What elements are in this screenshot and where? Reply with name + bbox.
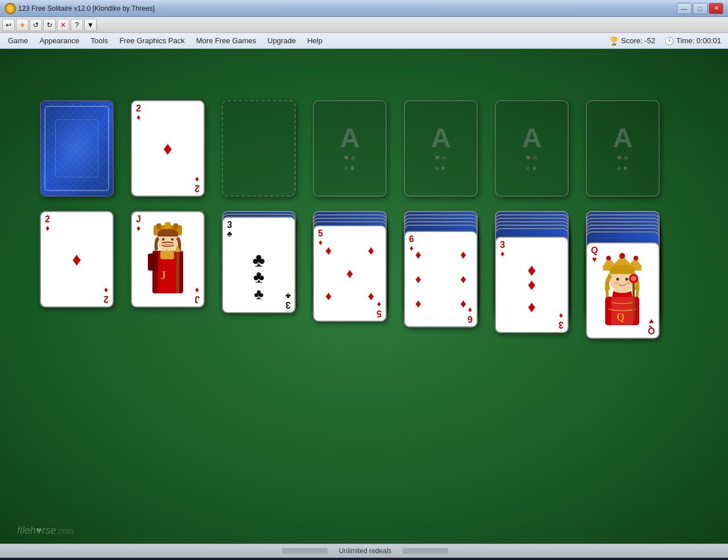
col3-pip-bottom: ♣ [253,267,264,287]
time-icon: 🕐 [664,36,674,45]
svg-point-7 [162,238,164,240]
menu-tools[interactable]: Tools [85,34,114,47]
close-button[interactable]: ✕ [709,3,723,14]
pip-6-2: ♦ [460,248,466,262]
col6-pip-bot: ♦ [528,298,536,316]
watermark: fileh♥rse.com [17,525,73,537]
pip-5-mid: ♦ [346,266,353,281]
svg-rect-29 [632,281,635,321]
window-title: 123 Free Solitaire v12.0 [Klondike by Th… [18,5,155,13]
foundation-2[interactable]: A ♥ ♣ ♠ ♦ [404,100,478,197]
toolbar-icon-3[interactable]: ↺ [30,19,42,31]
menu-upgrade[interactable]: Upgrade [262,34,301,47]
tableau-col-3-top[interactable]: 3 ♣ ♣ ♣ ♣ 3 ♣ [222,217,296,313]
waste-center-pip: ♦ [163,138,172,159]
time-value: Time: 0:00:01 [676,36,721,45]
menu-right-info: 🏆 Score: -52 🕐 Time: 0:00:01 [609,36,726,45]
pip-5-tr: ♦ [368,243,374,258]
empty-slot[interactable] [222,100,296,197]
pip-5-br: ♦ [368,289,374,304]
stock-pile[interactable] [40,100,114,197]
menu-more-free-games[interactable]: More Free Games [191,34,262,47]
toolbar-icon-6[interactable]: ? [71,19,83,31]
svg-point-24 [626,278,628,281]
col6-pip-mid: ♦ [528,276,536,294]
col1-center-pip: ♦ [72,249,81,270]
menu-game[interactable]: Game [2,34,34,47]
foundation-3-suits: ♥ ♣ ♠ ♦ [526,153,537,172]
scrollbar-left[interactable] [282,548,328,554]
pip-5-bl: ♦ [325,289,332,304]
waste-suit: ♦ [136,113,140,121]
pip-5-tl: ♦ [325,243,332,258]
foundation-3[interactable]: A ♥ ♣ ♠ ♦ [495,100,569,197]
status-bar: Unlimited redeals [0,544,728,558]
minimize-button[interactable]: — [677,3,692,14]
svg-text:J: J [160,269,166,281]
tableau-col-2-jack[interactable]: J ♦ [131,211,205,308]
svg-rect-13 [176,248,179,293]
pip-6-5: ♦ [415,297,421,310]
pip-6-3: ♦ [415,272,421,286]
tableau-col-7-queen[interactable]: Q ♥ [586,242,660,339]
foundation-3-a: A [522,125,542,152]
foundation-2-a: A [431,125,451,152]
toolbar-icon-1[interactable]: ↩ [2,19,15,31]
menu-bar: Game Appearance Tools Free Graphics Pack… [0,33,728,49]
svg-rect-2 [165,222,171,229]
svg-point-23 [617,278,619,281]
svg-point-26 [626,282,630,284]
toolbar-icon-4[interactable]: ↻ [43,19,56,31]
svg-text:Q: Q [617,312,624,323]
maximize-button[interactable]: □ [693,3,708,14]
tableau-col-5-top[interactable]: 6 ♦ ♦ ♦ ♦ ♦ ♦ ♦ 6 ♦ [404,231,478,327]
svg-rect-15 [148,254,158,271]
scrollbar-right[interactable] [403,548,448,554]
menu-help[interactable]: Help [301,34,328,47]
foundation-4[interactable]: A ♥ ♣ ♠ ♦ [586,100,660,197]
menu-free-graphics[interactable]: Free Graphics Pack [114,34,191,47]
toolbar-icon-7[interactable]: ▼ [84,19,97,31]
svg-rect-3 [173,223,178,229]
time-display: 🕐 Time: 0:00:01 [664,36,721,45]
pip-6-4: ♦ [460,272,466,286]
foundation-1-suits: ♥ ♣ ♠ ♦ [344,153,355,172]
svg-point-25 [614,282,619,284]
quick-access-toolbar: ↩ ★ ↺ ↻ ✕ ? ▼ [0,17,728,33]
toolbar-icon-2[interactable]: ★ [16,19,28,31]
score-icon: 🏆 [609,36,619,45]
waste-rank: 2 [136,104,141,113]
svg-point-8 [171,238,173,240]
foundation-4-suits: ♥ ♣ ♠ ♦ [617,153,628,172]
queen-artwork: Q [592,252,653,326]
toolbar-icon-5[interactable]: ✕ [57,19,69,31]
foundation-1[interactable]: A ♥ ♣ ♠ ♦ [313,100,387,197]
svg-point-20 [634,256,638,260]
title-bar-left: 123 Free Solitaire v12.0 [Klondike by Th… [5,3,155,14]
tableau-col-6-top[interactable]: 3 ♦ ♦ ♦ ♦ 3 ♦ [495,237,569,333]
pip-6-6: ♦ [460,297,466,310]
pip-6-1: ♦ [415,248,421,262]
tableau-col-1[interactable]: 2 ♦ ♦ 2 ♦ [40,211,114,308]
score-value: Score: -52 [621,36,655,45]
svg-point-19 [619,253,625,259]
game-area: 2 ♦ ♦ 2 ♦ A ♥ ♣ ♠ ♦ A ♥ ♣ [0,49,728,544]
foundation-2-suits: ♥ ♣ ♠ ♦ [435,153,446,172]
svg-point-18 [606,256,611,260]
menu-appearance[interactable]: Appearance [34,34,85,47]
jack-artwork: J [136,222,198,296]
waste-pile[interactable]: 2 ♦ ♦ 2 ♦ [131,100,205,197]
redeals-status: Unlimited redeals [339,547,392,555]
svg-point-31 [631,276,636,281]
foundation-1-a: A [340,125,360,152]
score-display: 🏆 Score: -52 [609,36,655,45]
tableau-col-4-top[interactable]: 5 ♦ ♦ ♦ ♦ ♦ ♦ 5 ♦ [313,225,387,322]
window-icon [5,3,16,14]
col3-pip-bot2: ♣ [254,285,263,303]
svg-rect-1 [156,223,161,229]
title-bar: 123 Free Solitaire v12.0 [Klondike by Th… [0,0,728,17]
foundation-4-a: A [613,125,633,152]
title-bar-controls: — □ ✕ [677,3,723,14]
